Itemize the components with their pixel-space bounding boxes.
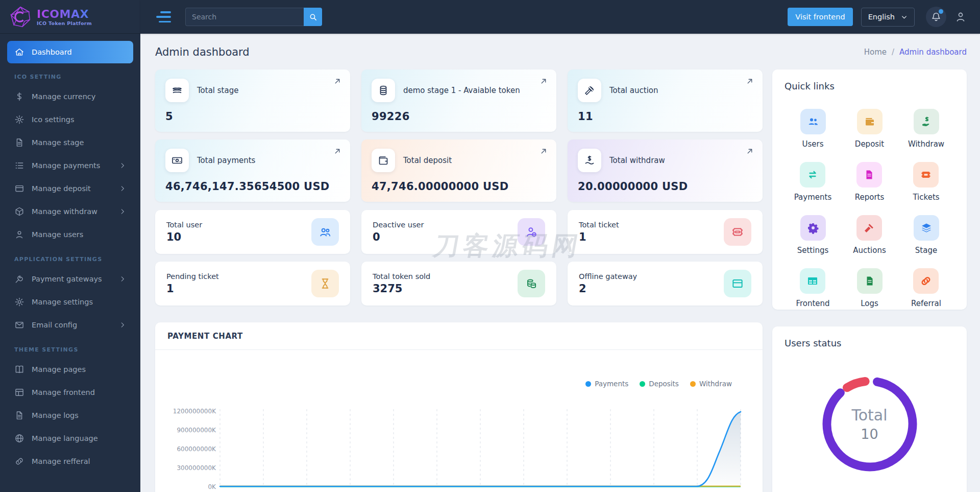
sidebar-item-manage-logs[interactable]: Manage logs [7, 404, 133, 427]
menu-icon[interactable] [156, 11, 171, 22]
stat-card-available-token: demo stage 1 - Avaiable token 99226 [361, 69, 556, 132]
gear-icon [800, 215, 826, 241]
stat-card-offline-gateway: Offline gateway 2 [568, 262, 763, 306]
legend-item-deposits[interactable]: Deposits [640, 380, 679, 388]
arrow-up-right-icon[interactable] [745, 77, 754, 86]
notifications-button[interactable] [926, 7, 946, 27]
stat-card-value: 2 [579, 283, 637, 295]
sidebar-section-application-settings: APPLICATION SETTINGS [14, 256, 133, 263]
home-icon [14, 47, 24, 57]
stat-card-deactive-user: Deactive user 0 [361, 210, 556, 254]
legend-item-payments[interactable]: Payments [585, 380, 628, 388]
search-input[interactable] [185, 8, 304, 26]
language-select[interactable]: English [861, 8, 915, 27]
donut-center-value: 10 [861, 426, 878, 442]
quick-link-label: Payments [794, 193, 831, 202]
stat-card-total-stage: Total stage 5 [155, 69, 350, 132]
account-icon[interactable] [954, 11, 967, 23]
chevron-right-icon [119, 185, 126, 192]
quick-link-settings[interactable]: Settings [797, 215, 829, 255]
stat-card-value: 3275 [373, 283, 430, 295]
quick-link-auctions[interactable]: Auctions [853, 215, 886, 255]
app-logo[interactable]: ICOMAX ICO Token Platform [0, 0, 140, 34]
sidebar: ICOMAX ICO Token Platform Dashboard ICO … [0, 0, 140, 492]
quick-link-tickets[interactable]: Tickets [913, 162, 939, 202]
legend-dot-payments [585, 381, 591, 387]
quick-link-referral[interactable]: Referral [911, 268, 941, 308]
stat-card-total-payments: Total payments 46,746,147.35654500 USD [155, 139, 350, 202]
arrow-up-right-icon[interactable] [333, 77, 342, 86]
sidebar-item-manage-currency[interactable]: Manage currency [7, 85, 133, 108]
swap-icon [800, 162, 825, 188]
quick-link-users[interactable]: Users [800, 109, 826, 149]
gavel-icon [578, 79, 601, 102]
users-icon [311, 218, 339, 246]
ytick-label: 0K [208, 483, 216, 490]
money-withdraw-icon [578, 149, 601, 172]
visit-frontend-button[interactable]: Visit frontend [788, 8, 852, 26]
page-title: Admin dashboard [155, 46, 250, 58]
quick-link-label: Frontend [796, 299, 829, 308]
sidebar-item-manage-users[interactable]: Payment gateways Manage users [7, 223, 133, 246]
legend-dot-deposits [640, 381, 645, 387]
stat-card-label: Total user [166, 221, 202, 229]
quick-link-label: Referral [911, 299, 941, 308]
quick-links-title: Quick links [785, 81, 954, 91]
ticket-icon [724, 218, 751, 246]
sidebar-item-manage-withdraw[interactable]: Manage withdraw [7, 200, 133, 223]
quick-link-label: Logs [861, 299, 878, 308]
list-icon [14, 160, 24, 171]
quick-link-label: Withdraw [908, 139, 944, 149]
sidebar-item-manage-refferal[interactable]: Manage refferal [7, 450, 133, 473]
sidebar-item-manage-settings[interactable]: Manage settings [7, 291, 133, 313]
sidebar-item-dashboard[interactable]: Dashboard [7, 41, 133, 63]
stat-card-value: 1 [166, 283, 219, 295]
cash-icon [165, 149, 189, 172]
sidebar-item-manage-frontend[interactable]: Manage frontend [7, 381, 133, 404]
sidebar-item-payment-gateways[interactable]: Payment gateways [7, 268, 133, 290]
arrow-up-right-icon[interactable] [333, 147, 342, 156]
quick-link-reports[interactable]: Reports [855, 162, 885, 202]
sidebar-item-manage-payments[interactable]: Manage payments [7, 154, 133, 177]
quick-link-payments[interactable]: Payments [794, 162, 831, 202]
quick-link-frontend[interactable]: Frontend [796, 268, 829, 308]
stat-card-pending-ticket: Pending ticket 1 [155, 262, 350, 306]
search-button[interactable] [304, 8, 322, 26]
layers-icon [165, 79, 189, 102]
stat-card-value: 47,746.00000000 USD [372, 180, 546, 193]
sidebar-item-manage-stage[interactable]: Manage stage [7, 131, 133, 154]
gavel-icon [856, 215, 882, 241]
arrow-up-right-icon[interactable] [539, 77, 548, 86]
stat-card-label: Total auction [609, 86, 658, 95]
sidebar-item-ico-settings[interactable]: Ico settings [7, 108, 133, 131]
sidebar-item-manage-pages[interactable]: Manage pages [7, 358, 133, 381]
wallet-icon [857, 109, 883, 134]
coins-icon [372, 79, 395, 102]
language-value: English [868, 13, 895, 21]
layers-icon [914, 215, 939, 241]
gear-icon [14, 114, 24, 125]
quick-link-logs[interactable]: Logs [857, 268, 883, 308]
breadcrumb-home-link[interactable]: Home [864, 48, 887, 57]
legend-label: Payments [595, 380, 628, 388]
stat-card-label: demo stage 1 - Avaiable token [403, 86, 520, 95]
quick-link-label: Settings [797, 246, 829, 255]
chevron-right-icon [119, 162, 126, 169]
legend-item-withdraw[interactable]: Withdraw [690, 380, 732, 388]
layout-icon [14, 387, 24, 397]
arrow-up-right-icon[interactable] [745, 147, 754, 156]
stat-card-total-withdraw: Total withdraw 20.00000000 USD [568, 139, 763, 202]
stat-card-label: Total deposit [403, 156, 452, 165]
users-status-card: Users status Total 10 [772, 326, 967, 492]
sidebar-item-manage-language[interactable]: Manage language [7, 427, 133, 450]
quick-link-stage[interactable]: Stage [914, 215, 939, 255]
stat-card-value: 0 [373, 231, 424, 243]
sidebar-item-email-config[interactable]: Email config [7, 314, 133, 336]
quick-link-withdraw[interactable]: Withdraw [908, 109, 944, 149]
report-file-icon [856, 162, 882, 188]
gear-icon [14, 297, 24, 307]
quick-link-deposit[interactable]: Deposit [855, 109, 884, 149]
sidebar-item-manage-deposit[interactable]: Manage deposit [7, 177, 133, 200]
chart-legend: Payments Deposits Withdraw [167, 380, 732, 388]
arrow-up-right-icon[interactable] [539, 147, 548, 156]
